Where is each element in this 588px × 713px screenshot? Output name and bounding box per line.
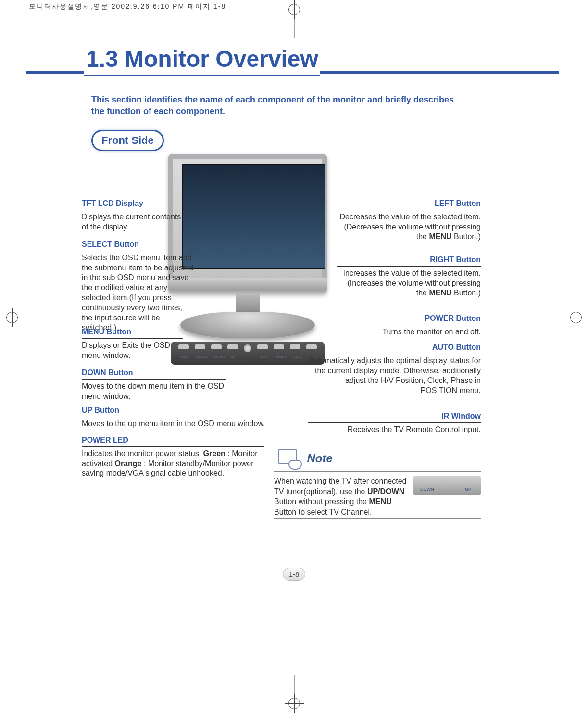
callout-body: Displays or Exits the OSD menu window.: [82, 338, 183, 361]
callout-ir-window: IR Window Receives the TV Remote Control…: [308, 411, 481, 435]
callout-heading: UP Button: [82, 406, 269, 416]
down-up-buttons-icon: [413, 476, 481, 495]
callout-heading: SELECT Button: [82, 240, 195, 250]
left-button-icon: [257, 344, 268, 349]
bold: Green: [203, 449, 225, 458]
right-button-icon: [274, 344, 284, 349]
callout-heading: AUTO Button: [308, 343, 481, 353]
section-title-bar: 1.3 Monitor Overview: [26, 46, 559, 76]
bold: Orange: [114, 459, 141, 468]
callout-power-led: POWER LED Indicates the monitor power st…: [82, 435, 264, 479]
prepress-header: 모니터사용설명서,영문 2002.9.26 6:10 PM 페이지 1-8: [29, 2, 226, 11]
text: Indicates the monitor power status.: [82, 449, 203, 458]
callout-menu: MENU Button Displays or Exits the OSD me…: [82, 327, 183, 360]
callout-body: Displays the current contents of the dis…: [82, 210, 183, 232]
text: Button without pressing the: [274, 497, 369, 506]
tft-lcd-screen: [182, 164, 325, 269]
note-body-wrap: When watching the TV after connected TV …: [274, 471, 481, 519]
section-title: 1.3 Monitor Overview: [84, 46, 320, 76]
callout-down: DOWN Button Moves to the down menu item …: [82, 368, 226, 401]
callout-body: Turns the monitor on and off.: [337, 325, 481, 337]
bold: MENU: [429, 289, 451, 297]
callout-tft-lcd: TFT LCD Display Displays the current con…: [82, 199, 183, 232]
label-right: RIGHT: [276, 355, 287, 358]
callout-right-button: RIGHT Button Increases the value of the …: [337, 255, 481, 298]
registration-mark-left: [0, 308, 29, 327]
callout-heading: POWER LED: [82, 435, 264, 446]
registration-mark-right: [559, 308, 588, 327]
monitor-neck: [236, 293, 260, 313]
front-button-row: [163, 344, 332, 356]
label-auto: AUTO: [293, 355, 302, 358]
label-left: LEFT: [260, 355, 268, 358]
up-button-icon: [227, 344, 238, 349]
label-select: SELECT: [195, 355, 208, 358]
callout-heading: LEFT Button: [337, 199, 481, 209]
callout-select: SELECT Button Selects the OSD menu item …: [82, 240, 195, 333]
registration-mark-bottom: [285, 694, 304, 713]
monitor-base: [180, 312, 315, 338]
callout-body: Moves to the down menu item in the OSD m…: [82, 379, 226, 402]
front-side-pill: Front Side: [91, 130, 164, 151]
callout-auto-button: AUTO Button Automatically adjusts the op…: [308, 343, 481, 396]
note-title: Note: [307, 452, 332, 465]
text: Button.): [452, 232, 481, 241]
callout-left-button: LEFT Button Decreases the value of the s…: [337, 199, 481, 242]
bold: UP/DOWN: [367, 487, 404, 496]
callout-body: Selects the OSD menu item and the submen…: [82, 251, 195, 333]
note-header: Note: [274, 447, 481, 470]
label-down: DOWN: [214, 355, 225, 358]
callout-heading: IR Window: [308, 411, 481, 421]
registration-mark-top: [285, 0, 304, 19]
text: Button.): [452, 289, 481, 297]
auto-button-icon: [290, 344, 300, 349]
note-body: When watching the TV after connected TV …: [274, 476, 481, 517]
callout-body: Moves to the up menu item in the OSD men…: [82, 417, 269, 429]
callout-up: UP Button Moves to the up menu item in t…: [82, 406, 269, 429]
spine-mark: [30, 12, 30, 41]
page-number: 1-8: [283, 568, 306, 581]
callout-body: Increases the value of the selected item…: [337, 266, 481, 298]
power-button-icon: [244, 344, 251, 352]
manual-page: 모니터사용설명서,영문 2002.9.26 6:10 PM 페이지 1-8 1.…: [0, 0, 588, 713]
callout-heading: MENU Button: [82, 327, 183, 337]
callout-heading: TFT LCD Display: [82, 199, 183, 209]
callout-body: Receives the TV Remote Control input.: [308, 422, 481, 435]
select-button-icon: [195, 344, 205, 349]
down-button-icon: [211, 344, 222, 349]
callout-body: Automatically adjusts the optimal displa…: [308, 354, 481, 396]
note-computer-icon: [274, 447, 303, 470]
label-up: UP: [231, 355, 236, 358]
note-block: Note When watching the TV after connecte…: [274, 447, 481, 519]
callout-heading: DOWN Button: [82, 368, 226, 378]
callout-power-button: POWER Button Turns the monitor on and of…: [337, 314, 481, 337]
section-intro: This section identifies the name of each…: [91, 94, 462, 117]
bold: MENU: [369, 497, 391, 506]
bold: MENU: [429, 232, 451, 241]
callout-heading: RIGHT Button: [337, 255, 481, 265]
callout-body: Decreases the value of the selected item…: [337, 210, 481, 242]
callout-body: Indicates the monitor power status. Gree…: [82, 446, 264, 479]
text: Button to select TV Channel.: [274, 508, 372, 516]
callout-heading: POWER Button: [337, 314, 481, 324]
